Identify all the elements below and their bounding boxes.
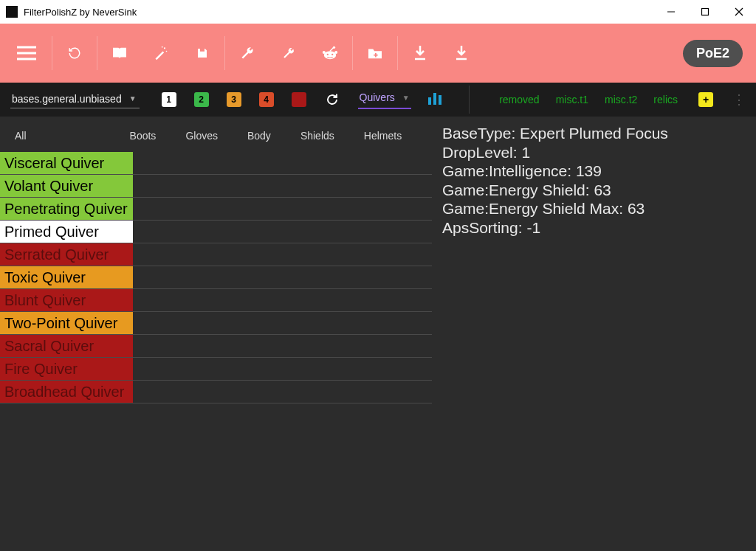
item-row-spacer (133, 358, 432, 380)
link-relics[interactable]: relics (653, 94, 678, 105)
svg-rect-23 (439, 95, 441, 105)
item-row-spacer (133, 381, 432, 403)
link-removed[interactable]: removed (499, 94, 539, 105)
item-label: Penetrating Quiver (0, 198, 133, 220)
detail-aps-sorting: ApsSorting: -1 (442, 218, 746, 238)
item-row[interactable]: Sacral Quiver (0, 335, 432, 358)
item-row[interactable]: Two-Point Quiver (0, 312, 432, 335)
wrench-small-icon[interactable] (272, 37, 305, 69)
add-button[interactable]: + (698, 92, 713, 107)
toolbar-separator (397, 36, 398, 70)
toolbar-separator (52, 36, 52, 70)
download-icon[interactable] (404, 37, 436, 69)
tier-chip-5[interactable] (292, 92, 306, 107)
save-icon[interactable] (186, 37, 219, 69)
svg-point-15 (327, 54, 329, 55)
item-label: Two-Point Quiver (0, 312, 133, 334)
svg-point-11 (323, 51, 326, 54)
item-row-spacer (133, 335, 432, 357)
hamburger-menu-icon[interactable] (12, 37, 41, 69)
item-label: Serrated Quiver (0, 243, 133, 266)
item-list: Visceral QuiverVolant QuiverPenetrating … (0, 152, 432, 403)
item-label: Fire Quiver (0, 358, 133, 380)
wand-icon[interactable] (145, 37, 177, 69)
sub-toolbar: bases.general.unbiased ▼ 1 2 3 4 Quivers… (0, 83, 756, 117)
detail-basetype: BaseType: Expert Plumed Focus (442, 124, 746, 143)
detail-energy-shield: Game:Energy Shield: 63 (442, 181, 746, 200)
svg-rect-21 (428, 97, 431, 105)
reddit-icon[interactable] (314, 37, 346, 69)
left-pane: All Boots Gloves Body Shields Helmets Vi… (0, 117, 432, 551)
item-row-spacer (133, 198, 432, 220)
link-misct2[interactable]: misc.t2 (605, 94, 637, 105)
toolbar-separator (352, 36, 353, 70)
tab-shields[interactable]: Shields (293, 127, 342, 145)
item-row-spacer (133, 266, 432, 288)
item-row[interactable]: Serrated Quiver (0, 243, 432, 266)
download-alt-icon[interactable] (445, 37, 478, 69)
item-row-spacer (133, 243, 432, 266)
item-label: Primed Quiver (0, 221, 133, 243)
svg-line-14 (330, 48, 334, 52)
bases-dropdown[interactable]: bases.general.unbiased ▼ (10, 91, 140, 108)
caret-down-icon: ▼ (402, 94, 410, 102)
poe2-button[interactable]: PoE2 (683, 40, 743, 67)
item-label: Blunt Quiver (0, 289, 133, 311)
tier-chip-4[interactable]: 4 (259, 92, 274, 107)
refresh-icon[interactable] (58, 37, 91, 69)
item-label: Visceral Quiver (0, 152, 133, 174)
tab-helmets[interactable]: Helmets (357, 127, 409, 145)
svg-rect-1 (702, 9, 709, 15)
tab-boots[interactable]: Boots (123, 127, 164, 145)
detail-droplevel: DropLevel: 1 (442, 143, 746, 162)
svg-point-12 (334, 51, 337, 54)
item-row-spacer (133, 221, 432, 243)
app-icon (6, 6, 18, 18)
item-label: Volant Quiver (0, 175, 133, 197)
item-row[interactable]: Visceral Quiver (0, 152, 432, 175)
item-row[interactable]: Broadhead Quiver (0, 381, 432, 403)
item-row[interactable]: Volant Quiver (0, 175, 432, 198)
svg-point-9 (162, 46, 163, 48)
toolbar-separator (224, 36, 225, 70)
item-row[interactable]: Toxic Quiver (0, 266, 432, 289)
tab-all[interactable]: All (7, 127, 34, 145)
window-titlebar: FilterPolishZ by NeverSink (0, 0, 756, 24)
subbar-divider (469, 86, 470, 114)
detail-intelligence: Game:Intelligence: 139 (442, 162, 746, 181)
folder-add-icon[interactable] (359, 37, 391, 69)
bases-dropdown-label: bases.general.unbiased (12, 93, 122, 105)
link-misct1[interactable]: misc.t1 (556, 94, 588, 105)
bar-chart-icon[interactable] (427, 91, 442, 108)
svg-point-8 (166, 51, 168, 52)
category-tabs: All Boots Gloves Body Shields Helmets (0, 117, 432, 152)
wrench-icon[interactable] (231, 37, 264, 69)
item-label: Broadhead Quiver (0, 381, 133, 403)
more-icon[interactable]: ⋮ (732, 91, 746, 108)
item-row[interactable]: Primed Quiver (0, 221, 432, 243)
window-maximize-button[interactable] (688, 0, 722, 24)
svg-rect-22 (433, 93, 436, 105)
subbar-refresh-icon[interactable] (326, 93, 339, 106)
tab-body[interactable]: Body (240, 127, 278, 145)
main-toolbar: PoE2 (0, 24, 756, 83)
tier-chip-2[interactable]: 2 (194, 92, 209, 107)
category-dropdown[interactable]: Quivers ▼ (358, 90, 411, 109)
window-close-button[interactable] (722, 0, 756, 24)
item-row-spacer (133, 289, 432, 311)
detail-energy-shield-max: Game:Energy Shield Max: 63 (442, 199, 746, 218)
item-label: Toxic Quiver (0, 266, 133, 288)
main-content: All Boots Gloves Body Shields Helmets Vi… (0, 117, 756, 551)
item-row-spacer (133, 152, 432, 174)
item-row[interactable]: Fire Quiver (0, 358, 432, 381)
details-pane: BaseType: Expert Plumed Focus DropLevel:… (432, 117, 756, 551)
item-row[interactable]: Penetrating Quiver (0, 198, 432, 221)
caret-down-icon: ▼ (129, 94, 137, 103)
book-icon[interactable] (103, 37, 136, 69)
tier-chip-1[interactable]: 1 (162, 92, 176, 107)
tab-gloves[interactable]: Gloves (178, 127, 225, 145)
window-minimize-button[interactable] (654, 0, 688, 24)
item-row[interactable]: Blunt Quiver (0, 289, 432, 312)
tier-chip-3[interactable]: 3 (227, 92, 241, 107)
item-row-spacer (133, 175, 432, 197)
